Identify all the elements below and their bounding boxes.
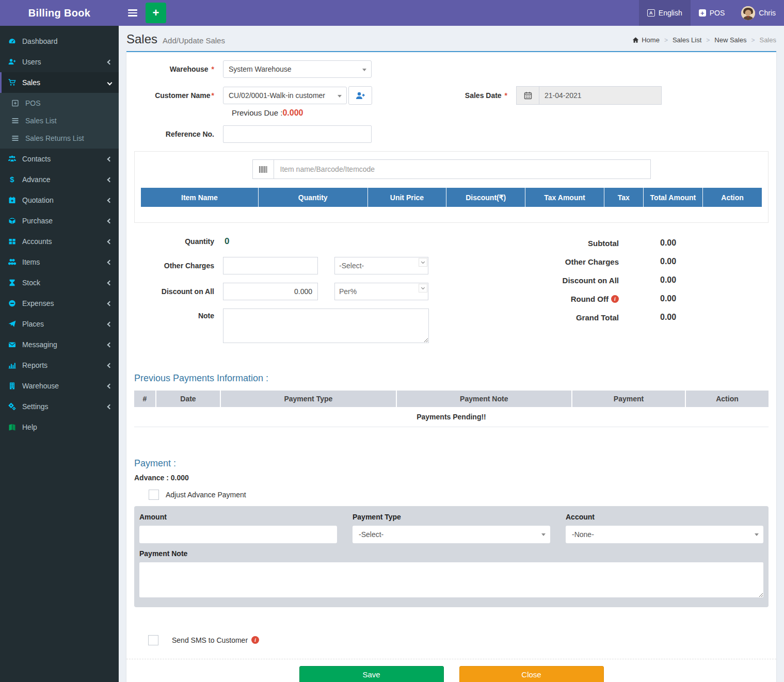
reference-input[interactable] xyxy=(223,125,372,143)
sidebar-item-warehouse[interactable]: Warehouse xyxy=(0,376,119,396)
subtotal-value: 0.00 xyxy=(660,238,717,248)
sidebar-item-messaging[interactable]: Messaging xyxy=(0,334,119,355)
chevron-left-icon xyxy=(107,342,113,347)
page-subtitle: Add/Update Sales xyxy=(163,36,225,45)
sidebar-item-label: Reports xyxy=(22,361,47,369)
calendar-icon[interactable] xyxy=(516,86,539,105)
sidebar-item-label: Contacts xyxy=(22,155,51,163)
sidebar-item-label: Sales xyxy=(22,78,40,87)
adjust-advance-checkbox[interactable] xyxy=(149,490,159,500)
payment-note-textarea[interactable] xyxy=(139,562,763,597)
send-sms-checkbox[interactable] xyxy=(148,635,158,645)
quantity-label: Quantity xyxy=(134,237,223,246)
chevron-left-icon xyxy=(107,280,113,285)
sidebar-item-label: Items xyxy=(22,258,40,266)
chevron-down-icon xyxy=(338,95,342,98)
chevron-left-icon xyxy=(107,259,113,265)
sidebar-item-label: Expenses xyxy=(22,299,54,307)
sidebar-item-places[interactable]: Places xyxy=(0,314,119,334)
col-unit-price: Unit Price xyxy=(367,188,446,207)
sidebar-item-help[interactable]: Help xyxy=(0,417,119,437)
sidebar-item-label: Messaging xyxy=(22,340,57,349)
breadcrumb-sales-list[interactable]: Sales List xyxy=(673,36,701,44)
sidebar-item-reports[interactable]: Reports xyxy=(0,355,119,376)
save-button[interactable]: Save xyxy=(299,666,444,682)
item-search-input[interactable] xyxy=(274,159,651,179)
sidebar-item-accounts[interactable]: Accounts xyxy=(0,231,119,252)
language-menu[interactable]: A English xyxy=(639,0,691,26)
account-select[interactable]: -None- xyxy=(566,526,763,543)
col-payment-type: Payment Type xyxy=(220,391,396,407)
summary-section: Quantity 0 Other Charges -Select- xyxy=(134,236,769,351)
other-charges-select[interactable]: -Select- xyxy=(334,257,428,274)
other-charges-input[interactable] xyxy=(223,257,318,274)
breadcrumb-home[interactable]: Home xyxy=(632,36,660,44)
pos-menu[interactable]: + POS xyxy=(691,0,733,26)
col-total-amount: Total Amount xyxy=(643,188,702,207)
sidebar-item-sales-returns-list[interactable]: Sales Returns List xyxy=(0,129,119,147)
totals: Subtotal 0.00 Other Charges 0.00 Discoun… xyxy=(492,236,717,351)
info-icon[interactable]: i xyxy=(611,295,619,303)
sidebar-item-quotation[interactable]: Quotation xyxy=(0,190,119,210)
info-icon[interactable]: i xyxy=(251,636,259,644)
sidebar-item-label: Users xyxy=(22,58,41,66)
adjust-advance-label: Adjust Advance Payment xyxy=(166,491,246,499)
discount-unit-select[interactable]: Per% xyxy=(334,283,428,300)
chevron-left-icon xyxy=(107,383,113,388)
sales-form-card: Warehouse * System Warehouse Customer Na… xyxy=(126,51,776,682)
items-table: Item Name Quantity Unit Price Discount(₹… xyxy=(141,188,762,207)
sidebar-item-users[interactable]: Users xyxy=(0,52,119,72)
sidebar-item-purchase[interactable]: Purchase xyxy=(0,210,119,231)
sidebar-item-label: Warehouse xyxy=(22,382,59,390)
sidebar-item-sales-list[interactable]: Sales List xyxy=(0,112,119,129)
cart-icon xyxy=(8,78,17,87)
app-logo[interactable]: Billing Book xyxy=(0,0,119,26)
col-item-name: Item Name xyxy=(141,188,258,207)
user-menu[interactable]: Chris xyxy=(733,0,784,26)
sidebar-item-stock[interactable]: Stock xyxy=(0,272,119,293)
warehouse-select[interactable]: System Warehouse xyxy=(223,60,372,78)
content-wrapper: Sales Add/Update Sales Home > Sales List… xyxy=(119,26,784,682)
user-name: Chris xyxy=(759,9,776,17)
envelope-icon xyxy=(8,340,17,349)
building-icon xyxy=(8,382,17,390)
add-customer-button[interactable] xyxy=(348,86,372,105)
language-icon: A xyxy=(647,9,655,17)
sidebar-item-advance[interactable]: $ Advance xyxy=(0,169,119,190)
payment-type-label: Payment Type xyxy=(353,513,550,521)
close-button[interactable]: Close xyxy=(459,666,604,682)
sidebar-item-sales[interactable]: Sales xyxy=(0,72,119,93)
top-navbar: + A English + POS Chris xyxy=(119,0,784,26)
note-textarea[interactable] xyxy=(223,308,429,343)
send-sms-label: Send SMS to Customer xyxy=(172,636,248,644)
discount-on-all-input[interactable] xyxy=(223,283,318,300)
chevron-left-icon xyxy=(107,321,113,327)
customer-select[interactable]: CU/02/0001-Walk-in customer xyxy=(223,87,347,104)
other-charges-total-label: Other Charges xyxy=(492,257,619,266)
dollar-icon: $ xyxy=(8,175,17,184)
breadcrumb-new-sales[interactable]: New Sales xyxy=(714,36,746,44)
sales-date-input[interactable] xyxy=(539,86,662,105)
col-quantity: Quantity xyxy=(258,188,367,207)
other-charges-label: Other Charges xyxy=(134,262,223,270)
advance-amount: Advance : 0.000 xyxy=(134,474,769,482)
payment-type-select[interactable]: -Select- xyxy=(353,526,550,543)
payment-panel: Amount Payment Type -Select- Account xyxy=(134,506,769,607)
user-plus-icon xyxy=(355,91,365,100)
sidebar-item-expenses[interactable]: Expenses xyxy=(0,293,119,314)
payments-empty-message: Payments Pending!! xyxy=(134,407,769,427)
sidebar-item-pos[interactable]: POS xyxy=(0,94,119,112)
payment-note-label: Payment Note xyxy=(139,549,763,558)
sidebar-item-settings[interactable]: Settings xyxy=(0,396,119,417)
sidebar-item-items[interactable]: Items xyxy=(0,252,119,272)
col-discount: Discount(₹) xyxy=(446,188,525,207)
sidebar-item-contacts[interactable]: Contacts xyxy=(0,149,119,169)
customer-label: Customer Name* xyxy=(134,91,223,100)
sidebar-item-dashboard[interactable]: Dashboard xyxy=(0,31,119,52)
warehouse-label: Warehouse * xyxy=(134,65,223,73)
quick-add-button[interactable]: + xyxy=(146,3,166,23)
quantity-value: 0 xyxy=(225,236,229,247)
sidebar-toggle-icon[interactable] xyxy=(125,0,140,26)
breadcrumb: Home > Sales List > New Sales > Sales xyxy=(632,36,776,44)
amount-input[interactable] xyxy=(139,526,337,543)
